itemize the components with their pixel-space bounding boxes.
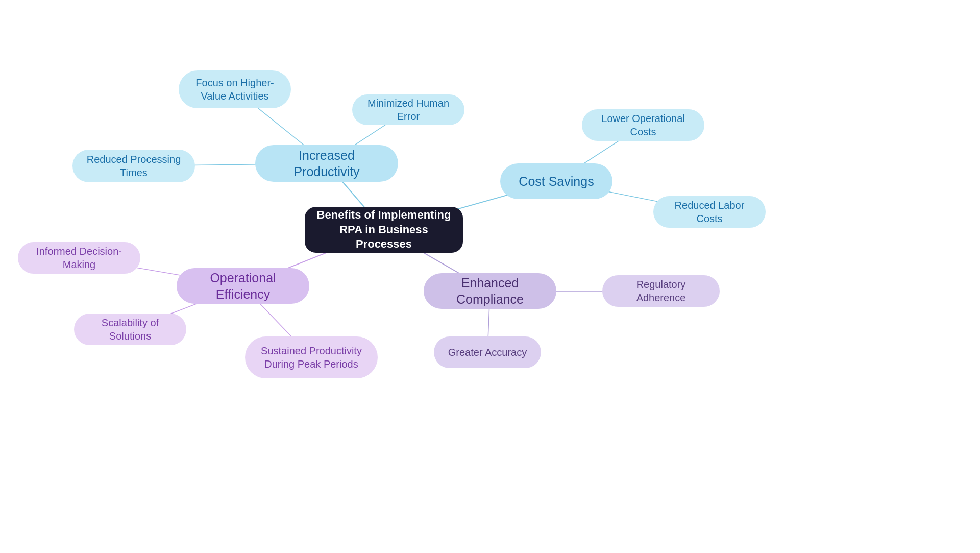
sustained-productivity-node: Sustained Productivity During Peak Perio… [245, 336, 378, 378]
cost-savings-node: Cost Savings [500, 163, 612, 199]
minimized-human-error-label: Minimized Human Error [363, 97, 453, 123]
regulatory-adherence-label: Regulatory Adherence [614, 278, 708, 304]
operational-efficiency-label: Operational Efficiency [188, 270, 298, 303]
increased-productivity-node: Increased Productivity [255, 145, 398, 182]
minimized-human-error-node: Minimized Human Error [352, 94, 464, 125]
scalability-label: Scalability of Solutions [85, 316, 175, 343]
cost-savings-label: Cost Savings [519, 173, 594, 190]
lower-operational-costs-node: Lower Operational Costs [582, 109, 704, 141]
reduced-processing-node: Reduced Processing Times [72, 150, 195, 182]
greater-accuracy-node: Greater Accuracy [434, 336, 541, 368]
informed-decision-node: Informed Decision-Making [18, 242, 140, 274]
center-node: Benefits of Implementing RPA in Business… [305, 207, 463, 253]
regulatory-adherence-node: Regulatory Adherence [602, 275, 720, 307]
operational-efficiency-node: Operational Efficiency [177, 268, 309, 304]
reduced-labor-costs-label: Reduced Labor Costs [665, 199, 754, 225]
lower-operational-costs-label: Lower Operational Costs [593, 112, 693, 138]
increased-productivity-label: Increased Productivity [266, 147, 387, 180]
focus-higher-value-label: Focus on Higher-Value Activities [190, 76, 280, 103]
scalability-node: Scalability of Solutions [74, 314, 186, 345]
focus-higher-value-node: Focus on Higher-Value Activities [179, 70, 291, 108]
informed-decision-label: Informed Decision-Making [29, 245, 129, 271]
reduced-labor-costs-node: Reduced Labor Costs [653, 196, 766, 228]
enhanced-compliance-label: Enhanced Compliance [435, 275, 545, 308]
enhanced-compliance-node: Enhanced Compliance [424, 273, 556, 309]
greater-accuracy-label: Greater Accuracy [448, 346, 527, 359]
reduced-processing-label: Reduced Processing Times [84, 153, 184, 179]
sustained-productivity-label: Sustained Productivity During Peak Perio… [256, 344, 366, 371]
